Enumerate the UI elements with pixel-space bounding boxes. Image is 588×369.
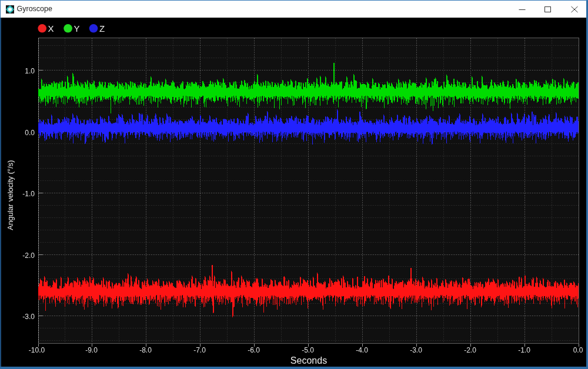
svg-text:-6.0: -6.0 xyxy=(248,346,260,354)
svg-text:-1.0: -1.0 xyxy=(22,190,35,198)
svg-text:-1.0: -1.0 xyxy=(518,346,530,354)
svg-text:-8.0: -8.0 xyxy=(139,346,152,354)
svg-text:-2.0: -2.0 xyxy=(22,251,35,260)
svg-text:Y: Y xyxy=(74,24,80,33)
svg-text:-4.0: -4.0 xyxy=(356,346,368,354)
svg-text:X: X xyxy=(48,24,54,33)
svg-text:-5.0: -5.0 xyxy=(302,346,314,354)
svg-text:Gyroscope: Gyroscope xyxy=(17,5,52,13)
svg-text:-3.0: -3.0 xyxy=(22,313,35,321)
svg-text:-10.0: -10.0 xyxy=(29,346,45,354)
svg-text:Seconds: Seconds xyxy=(290,355,327,365)
svg-text:1.0: 1.0 xyxy=(25,67,35,75)
svg-text:Z: Z xyxy=(99,24,105,33)
svg-text:-2.0: -2.0 xyxy=(464,346,476,354)
svg-text:-9.0: -9.0 xyxy=(85,346,98,354)
svg-text:Angular velocity (°/s): Angular velocity (°/s) xyxy=(6,160,15,230)
svg-text:-7.0: -7.0 xyxy=(193,346,206,354)
svg-text:-3.0: -3.0 xyxy=(410,346,422,354)
svg-text:0.0: 0.0 xyxy=(25,129,35,137)
svg-text:0.0: 0.0 xyxy=(573,346,583,354)
